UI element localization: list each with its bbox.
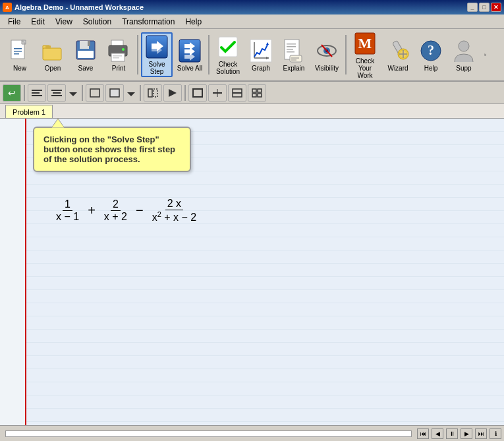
- toolbar-expand[interactable]: »: [481, 32, 490, 77]
- t2-sep-4: [184, 85, 186, 101]
- frame-button-1[interactable]: [188, 84, 207, 102]
- svg-rect-73: [258, 89, 262, 92]
- undo-button[interactable]: ↩: [3, 84, 21, 102]
- supp-label: Supp: [456, 65, 471, 72]
- check-work-button[interactable]: M Check Your Work: [349, 32, 381, 77]
- visibility-button[interactable]: Visibility: [311, 32, 343, 77]
- svg-rect-11: [88, 41, 90, 46]
- supp-button[interactable]: Supp: [448, 32, 480, 77]
- svg-rect-61: [90, 89, 99, 97]
- menu-view[interactable]: View: [50, 16, 78, 28]
- explain-button[interactable]: Explain: [278, 32, 310, 77]
- menu-edit[interactable]: Edit: [26, 16, 50, 28]
- svg-rect-4: [14, 51, 22, 52]
- svg-rect-57: [51, 90, 62, 91]
- svg-rect-72: [252, 89, 256, 92]
- status-info[interactable]: ℹ: [490, 428, 501, 439]
- svg-rect-18: [113, 57, 119, 59]
- plus-sign: +: [85, 203, 98, 218]
- workspace-content[interactable]: Clicking on the "Solve Step" button once…: [26, 119, 504, 425]
- frame-button-4[interactable]: [248, 84, 266, 102]
- svg-marker-60: [69, 92, 77, 96]
- menu-solution[interactable]: Solution: [78, 16, 117, 28]
- progress-bar: [5, 430, 412, 437]
- menu-transformation[interactable]: Transformation: [117, 16, 180, 28]
- status-pause[interactable]: ⏸: [446, 428, 458, 439]
- fraction-1: 1 x − 1: [54, 198, 81, 223]
- save-button[interactable]: Save: [70, 32, 101, 77]
- svg-text:M: M: [358, 35, 372, 51]
- check-solution-icon: [216, 34, 240, 59]
- status-next[interactable]: ▶: [461, 428, 472, 439]
- tooltip-box: Clicking on the "Solve Step" button once…: [33, 127, 191, 172]
- status-prev[interactable]: ◀: [432, 428, 443, 439]
- status-prev-start[interactable]: ⏮: [417, 428, 429, 439]
- svg-point-53: [459, 41, 469, 51]
- wizard-icon: [386, 38, 410, 63]
- status-bar: ⏮ ◀ ⏸ ▶ ⏭ ℹ: [0, 425, 504, 441]
- math-expression-area[interactable]: 1 x − 1 + 2 x + 2 − 2 x x2 + x − 2: [40, 178, 213, 243]
- print-icon: [107, 38, 130, 63]
- wizard-button[interactable]: Wizard: [382, 32, 414, 77]
- svg-rect-59: [51, 95, 62, 96]
- solve-step-button[interactable]: Solve Step: [141, 32, 173, 77]
- box-button-1[interactable]: [86, 84, 104, 102]
- separator-1: [137, 35, 138, 74]
- fraction-3: 2 x x2 + x − 2: [150, 198, 199, 223]
- align-center-button[interactable]: [47, 84, 66, 102]
- close-button[interactable]: ✕: [491, 3, 501, 12]
- svg-line-43: [322, 45, 332, 57]
- print-button[interactable]: Print: [103, 32, 134, 77]
- print-label: Print: [112, 65, 126, 72]
- align-left-button[interactable]: [28, 84, 46, 102]
- solve-all-button[interactable]: Solve All: [174, 32, 206, 77]
- svg-rect-58: [53, 92, 61, 94]
- align-dropdown[interactable]: [67, 84, 79, 102]
- svg-rect-56: [32, 95, 42, 96]
- problem-1-tab[interactable]: Problem 1: [5, 105, 53, 118]
- box-button-2[interactable]: [105, 84, 124, 102]
- svg-rect-74: [252, 94, 256, 97]
- fraction-2: 2 x + 2: [102, 198, 129, 223]
- solve-all-icon: [178, 38, 202, 63]
- visibility-label: Visibility: [315, 65, 339, 72]
- svg-rect-64: [148, 89, 152, 97]
- menu-bar: File Edit View Solution Transformation H…: [0, 15, 504, 29]
- minus-sign: −: [133, 203, 146, 218]
- svg-point-16: [122, 48, 125, 51]
- svg-rect-10: [80, 41, 89, 49]
- svg-rect-12: [78, 51, 94, 58]
- frame-button-3[interactable]: [228, 84, 246, 102]
- check-solution-button[interactable]: Check Solution: [212, 32, 244, 77]
- separator-2: [208, 35, 210, 74]
- t2-sep-2: [82, 85, 83, 101]
- supp-icon: [452, 38, 476, 63]
- t2-sep-3: [140, 85, 141, 101]
- svg-marker-66: [169, 89, 177, 97]
- save-icon: [74, 38, 98, 63]
- check-solution-label: Check Solution: [216, 61, 240, 75]
- status-next-end[interactable]: ⏭: [475, 428, 487, 439]
- svg-rect-34: [287, 46, 296, 47]
- menu-help[interactable]: Help: [180, 16, 207, 28]
- help-button[interactable]: ? Help: [415, 32, 447, 77]
- svg-rect-5: [14, 53, 19, 55]
- title-bar-left: A Algebra Demo - Unnamed Workspace: [3, 3, 144, 12]
- new-button[interactable]: New: [4, 32, 36, 77]
- menu-file[interactable]: File: [3, 16, 26, 28]
- maximize-button[interactable]: □: [479, 3, 490, 12]
- open-button[interactable]: Open: [37, 32, 69, 77]
- visibility-icon: [315, 38, 339, 63]
- minimize-button[interactable]: _: [467, 3, 478, 12]
- bracket-button-1[interactable]: [144, 84, 162, 102]
- toolbar2: ↩: [0, 82, 504, 104]
- new-label: New: [13, 65, 26, 72]
- svg-rect-65: [154, 89, 157, 97]
- graph-label: Graph: [252, 65, 270, 72]
- frame-button-2[interactable]: [208, 84, 227, 102]
- bracket-button-2[interactable]: [163, 84, 182, 102]
- box-dropdown[interactable]: [125, 84, 137, 102]
- solve-all-label: Solve All: [177, 65, 202, 72]
- solve-step-icon: [145, 34, 169, 59]
- graph-button[interactable]: Graph: [245, 32, 277, 77]
